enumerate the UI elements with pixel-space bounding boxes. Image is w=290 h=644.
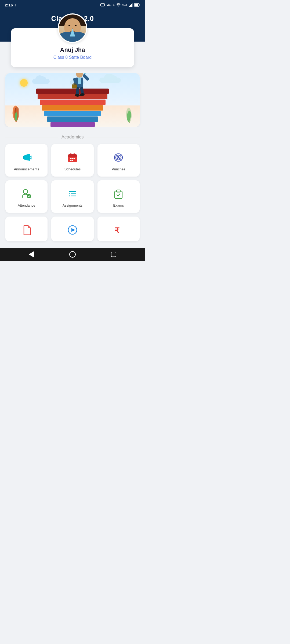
home-icon [69,251,76,258]
attendance-label: Attendance [18,203,35,207]
assignments-label: Assignments [63,203,82,207]
cloud-1 [32,79,50,84]
cloud-2 [99,78,121,83]
academics-grid: Announcements Schedules [0,144,145,213]
fees-icon: ₹ [113,224,124,236]
svg-point-35 [70,160,71,161]
svg-point-34 [73,158,75,159]
figure [69,73,91,100]
svg-point-32 [70,158,71,159]
svg-rect-26 [23,156,24,159]
schedules-label: Schedules [64,167,81,171]
svg-text:₹: ₹ [115,226,119,235]
assignments-icon [67,188,78,200]
download-icon: ↓ [15,3,16,7]
4g-label: 4G+ [122,3,127,6]
svg-rect-8 [135,4,138,6]
svg-point-22 [75,94,80,97]
more-grid: ₹ [0,217,145,241]
punches-label: Punches [112,167,125,171]
video-icon [67,224,78,236]
status-time: 2:16 ↓ [5,3,16,7]
banner-illustration [5,73,140,127]
menu-item-announcements[interactable]: Announcements [5,144,48,177]
svg-point-42 [69,191,70,192]
profile-name: Anuj Jha [16,46,129,53]
avatar [58,13,87,43]
menu-item-punches[interactable]: Punches [97,144,140,177]
svg-rect-2 [104,4,105,6]
svg-marker-52 [71,228,75,232]
status-icons: VoLTE 4G+ [100,3,140,7]
svg-point-44 [69,193,70,194]
svg-point-12 [76,73,83,78]
battery-icon [134,3,140,7]
svg-rect-30 [70,153,71,156]
svg-rect-4 [130,5,131,7]
svg-point-39 [27,194,31,198]
leaf-right [124,105,136,125]
svg-rect-9 [139,4,140,5]
punches-icon [113,152,124,163]
profile-class: Class 8 State Board [16,55,129,60]
vibrate-icon [100,3,105,7]
menu-item-schedules[interactable]: Schedules [51,144,93,177]
status-bar: 2:16 ↓ VoLTE 4G+ [0,0,145,10]
back-icon [29,251,34,258]
svg-rect-31 [74,153,75,156]
announcements-label: Announcements [14,167,39,171]
menu-item-fees[interactable]: ₹ [97,217,140,241]
svg-point-23 [79,93,85,96]
menu-item-video[interactable] [51,217,93,241]
back-button[interactable] [26,248,37,260]
svg-point-33 [72,158,73,159]
wifi-icon [116,3,121,7]
section-label: Academics [0,134,145,140]
menu-item-attendance[interactable]: Attendance [5,180,48,213]
svg-rect-6 [132,3,133,7]
svg-point-38 [23,189,28,194]
svg-point-36 [72,160,73,161]
time-label: 2:16 [5,3,13,7]
svg-rect-3 [129,6,130,7]
lte-label: VoLTE [107,3,115,6]
sun-icon [20,79,28,87]
home-button[interactable] [67,248,78,260]
svg-rect-15 [78,78,81,84]
notes-icon [21,224,32,236]
exams-icon [113,188,124,200]
svg-rect-1 [100,4,101,6]
menu-item-notes[interactable] [5,217,48,241]
schedules-icon [67,152,78,163]
svg-rect-0 [101,3,104,6]
announcements-icon [21,152,32,163]
profile-card: Anuj Jha Class 8 State Board [11,28,134,67]
attendance-icon [21,188,32,200]
section-label-text: Academics [61,134,84,140]
bottom-nav-bar [0,248,145,261]
svg-rect-29 [68,156,77,157]
recents-icon [111,252,116,257]
signal-icon [129,3,133,7]
recents-button[interactable] [108,248,119,260]
menu-item-exams[interactable]: Exams [97,180,140,213]
banner-card[interactable] [5,73,140,127]
svg-point-46 [69,195,70,196]
banner-section[interactable] [0,73,145,127]
svg-rect-50 [117,190,120,191]
svg-rect-5 [131,4,132,7]
exams-label: Exams [113,203,124,207]
menu-item-assignments[interactable]: Assignments [51,180,93,213]
leaf-left [9,102,23,125]
